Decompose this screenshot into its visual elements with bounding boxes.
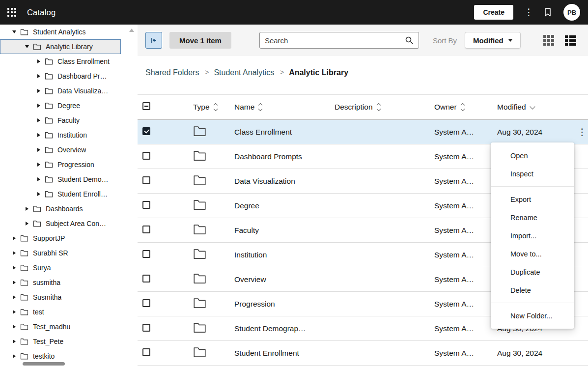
- row-checkbox[interactable]: [142, 275, 150, 282]
- tree-caret-icon[interactable]: [13, 339, 16, 343]
- context-menu-item[interactable]: [491, 186, 574, 187]
- tree-caret-icon[interactable]: [13, 266, 16, 270]
- row-actions-kebab[interactable]: [576, 126, 588, 138]
- grid-view-button[interactable]: [543, 35, 554, 46]
- bookmark-icon[interactable]: [543, 7, 553, 17]
- tree-folder-item[interactable]: Progression: [0, 157, 121, 172]
- column-header[interactable]: Type: [193, 103, 234, 112]
- tree-folder-item[interactable]: testkito: [0, 349, 121, 364]
- move-items-button[interactable]: Move 1 item: [169, 32, 231, 49]
- folder-icon: [45, 58, 53, 65]
- tree-caret-icon[interactable]: [13, 236, 16, 240]
- context-menu-item[interactable]: Import...: [491, 226, 574, 245]
- tree-folder-item[interactable]: Analytic Library: [0, 39, 121, 54]
- tree-folder-item[interactable]: Test_madhu: [0, 319, 121, 334]
- folder-icon: [193, 248, 206, 259]
- tree-folder-item[interactable]: Surabhi SR: [0, 246, 121, 260]
- context-menu-item[interactable]: Export: [491, 190, 574, 208]
- tree-caret-icon[interactable]: [37, 74, 40, 78]
- tree-caret-icon[interactable]: [12, 30, 16, 33]
- search-input[interactable]: [265, 36, 405, 45]
- tree-caret-icon[interactable]: [37, 104, 40, 108]
- list-view-button[interactable]: [565, 35, 576, 46]
- app-grid-icon[interactable]: [7, 8, 16, 17]
- tree-caret-icon[interactable]: [13, 310, 16, 314]
- tree-caret-icon[interactable]: [37, 133, 40, 137]
- tree-folder-item[interactable]: Test_Pete: [0, 334, 121, 349]
- tree-folder-item[interactable]: SupportJP: [0, 231, 121, 246]
- tree-folder-item[interactable]: Dashboards: [0, 201, 121, 216]
- tree-folder-item[interactable]: Susmitha: [0, 290, 121, 305]
- row-checkbox[interactable]: [142, 226, 150, 233]
- row-checkbox[interactable]: [142, 299, 150, 307]
- select-all-checkbox[interactable]: [142, 102, 150, 110]
- tree-folder-item[interactable]: Dashboard Pr…: [0, 69, 121, 84]
- context-menu-item[interactable]: Move to...: [491, 245, 574, 263]
- column-header[interactable]: Owner: [434, 103, 497, 112]
- context-menu-item[interactable]: [491, 303, 574, 303]
- collapse-left-icon: [150, 36, 158, 44]
- tree-caret-icon[interactable]: [13, 251, 16, 255]
- tree-folder-item[interactable]: Degree: [0, 98, 121, 113]
- tree-caret-icon[interactable]: [25, 45, 29, 48]
- row-checkbox[interactable]: [142, 176, 150, 184]
- tree-folder-item[interactable]: Class Enrollment: [0, 54, 121, 69]
- breadcrumb: Shared Folders Student Analytics Analyti…: [145, 68, 588, 78]
- create-button[interactable]: Create: [474, 5, 513, 20]
- tree-folder-item[interactable]: Student Analytics: [0, 25, 121, 39]
- row-checkbox[interactable]: [142, 250, 150, 258]
- context-menu-item[interactable]: Inspect: [491, 165, 574, 183]
- collapse-panel-button[interactable]: [145, 32, 162, 49]
- row-checkbox[interactable]: [142, 127, 150, 135]
- row-checkbox[interactable]: [142, 324, 150, 332]
- context-menu-item[interactable]: Delete: [491, 281, 574, 299]
- chevron-down-icon: [508, 39, 512, 42]
- tree-folder-item[interactable]: susmitha: [0, 275, 121, 290]
- breadcrumb-link[interactable]: Student Analytics: [214, 68, 274, 77]
- tree-caret-icon[interactable]: [13, 325, 16, 329]
- tree-folder-item[interactable]: Overview: [0, 142, 121, 157]
- tree-folder-item[interactable]: Data Visualiza…: [0, 84, 121, 98]
- tree-folder-item[interactable]: Faculty: [0, 113, 121, 128]
- context-menu-item[interactable]: Rename: [491, 208, 574, 226]
- column-header[interactable]: Modified: [497, 103, 576, 112]
- column-header[interactable]: Description: [335, 103, 434, 112]
- context-menu-item[interactable]: Open: [491, 146, 574, 165]
- tree-caret-icon[interactable]: [37, 148, 40, 152]
- tree-caret-icon[interactable]: [37, 118, 40, 122]
- tree-caret-icon[interactable]: [26, 222, 28, 226]
- horizontal-scrollbar-thumb[interactable]: [23, 362, 65, 366]
- context-menu-item[interactable]: Duplicate: [491, 263, 574, 281]
- tree-caret-icon[interactable]: [37, 89, 40, 93]
- tree-caret-icon[interactable]: [13, 354, 16, 358]
- search-icon[interactable]: [405, 36, 414, 45]
- tree-folder-item[interactable]: Surya: [0, 260, 121, 275]
- tree-folder-item[interactable]: Institution: [0, 128, 121, 142]
- breadcrumb-link[interactable]: Shared Folders: [145, 68, 199, 77]
- row-checkbox[interactable]: [142, 201, 150, 209]
- tree-caret-icon[interactable]: [37, 177, 40, 181]
- overflow-menu-icon[interactable]: [524, 7, 532, 17]
- tree-caret-icon[interactable]: [37, 59, 40, 63]
- tree-folder-item[interactable]: Subject Area Con…: [0, 216, 121, 231]
- row-checkbox[interactable]: [142, 348, 150, 356]
- scrollbar-up-arrow-icon[interactable]: [129, 28, 134, 32]
- tree-caret-icon[interactable]: [13, 281, 16, 284]
- folder-icon: [20, 235, 28, 242]
- tree-caret-icon[interactable]: [13, 295, 16, 299]
- tree-folder-label: test: [33, 308, 44, 316]
- tree-caret-icon[interactable]: [37, 192, 40, 196]
- row-checkbox[interactable]: [142, 152, 150, 160]
- tree-caret-icon[interactable]: [26, 207, 28, 211]
- context-menu-item[interactable]: New Folder...: [491, 307, 574, 325]
- tree-caret-icon[interactable]: [37, 163, 40, 167]
- tree-folder-item[interactable]: Student Demo…: [0, 172, 121, 187]
- tree-folder-item[interactable]: test: [0, 305, 121, 319]
- column-header[interactable]: Name: [234, 103, 335, 112]
- table-row[interactable]: Class Enrollment System A… Aug 30, 2024: [138, 120, 588, 144]
- table-row[interactable]: Student Enrollment System A… Aug 30, 202…: [138, 341, 588, 366]
- tree-folder-item[interactable]: Student Enroll…: [0, 187, 121, 201]
- avatar[interactable]: PB: [563, 4, 580, 21]
- sort-field-dropdown[interactable]: Modified: [465, 32, 521, 49]
- tree-folder-label: Dashboard Pr…: [57, 72, 107, 80]
